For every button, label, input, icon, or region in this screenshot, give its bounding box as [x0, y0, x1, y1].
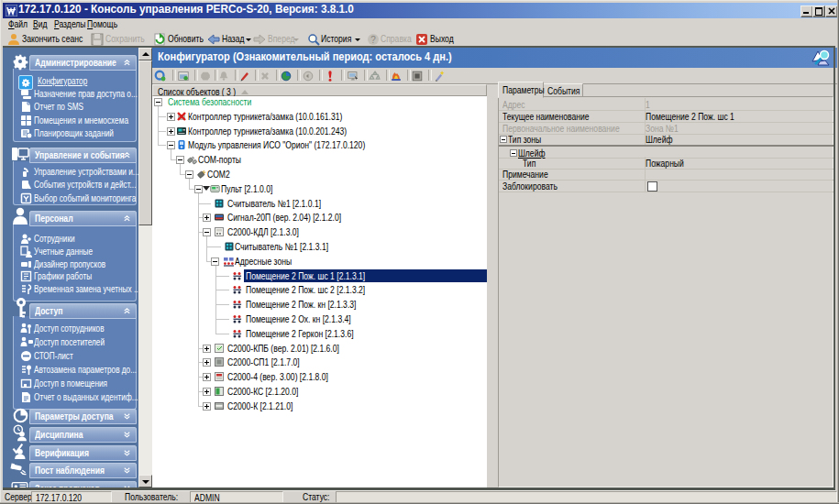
svg-text:?: ? — [370, 35, 376, 45]
